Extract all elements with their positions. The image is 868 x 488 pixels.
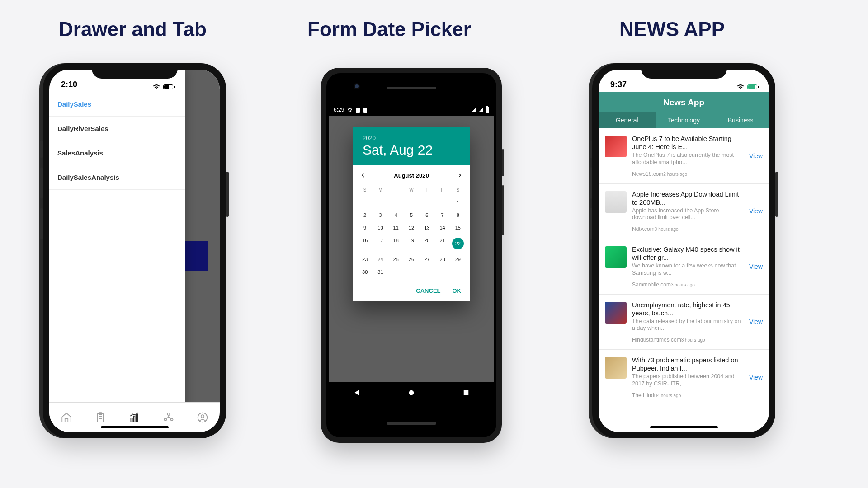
calendar-day[interactable]: 15: [450, 221, 466, 234]
article-item[interactable]: Exclusive: Galaxy M40 specs show it will…: [599, 239, 769, 295]
article-item[interactable]: With 73 problematic papers listed on Pub…: [599, 350, 769, 405]
calendar-day[interactable]: 26: [404, 253, 419, 266]
calendar-day[interactable]: 16: [357, 234, 373, 253]
svg-point-11: [201, 415, 204, 418]
android-nav-bar: [329, 382, 494, 405]
drawer-item[interactable]: SalesAnalysis: [49, 141, 185, 165]
calendar-day[interactable]: 13: [419, 221, 434, 234]
calendar-day[interactable]: 25: [388, 253, 404, 266]
article-title: Unemployment rate, highest in 45 years, …: [632, 301, 744, 317]
article-meta: The Hindu4 hours ago: [632, 392, 744, 399]
tab-team[interactable]: [162, 411, 175, 424]
view-link[interactable]: View: [749, 263, 763, 270]
status-time: 2:10: [61, 80, 77, 89]
calendar-day[interactable]: 29: [450, 253, 466, 266]
tab-home[interactable]: [60, 411, 73, 424]
calendar-day[interactable]: 5: [404, 209, 419, 221]
calendar-day[interactable]: 28: [434, 253, 450, 266]
prev-month-button[interactable]: [359, 171, 367, 179]
ok-button[interactable]: OK: [453, 287, 462, 294]
signal-icon: [471, 107, 476, 113]
nav-back[interactable]: [353, 389, 361, 399]
article-item[interactable]: OnePlus 7 to be Available Starting June …: [599, 128, 769, 184]
article-title: OnePlus 7 to be Available Starting June …: [632, 135, 744, 151]
calendar-day[interactable]: 6: [419, 209, 434, 221]
heading-news-app: NEWS APP: [619, 18, 725, 41]
status-indicators: [152, 84, 173, 89]
tab-profile[interactable]: [196, 411, 209, 424]
category-tab[interactable]: Business: [712, 112, 769, 128]
calendar-day[interactable]: 8: [450, 209, 466, 221]
team-icon: [163, 412, 175, 423]
next-month-button[interactable]: [456, 171, 464, 179]
calendar-day[interactable]: 21: [434, 234, 450, 253]
phone-date-picker: 6:29 ✿ 2020 Sat, Aug 22 A: [321, 68, 502, 443]
drawer-item[interactable]: DailySalesAnalysis: [49, 165, 185, 190]
cancel-button[interactable]: CANCEL: [416, 287, 440, 294]
calendar-day[interactable]: 14: [434, 221, 450, 234]
calendar-day: [404, 196, 419, 209]
calendar-day[interactable]: 11: [388, 221, 404, 234]
calendar-day[interactable]: 19: [404, 234, 419, 253]
view-link[interactable]: View: [749, 374, 763, 381]
calendar-day[interactable]: 22: [450, 234, 466, 253]
article-list[interactable]: OnePlus 7 to be Available Starting June …: [599, 128, 769, 405]
svg-rect-4: [131, 418, 132, 422]
day-of-week: M: [373, 184, 388, 196]
month-label: August 2020: [394, 172, 429, 179]
calendar-day[interactable]: 2: [357, 209, 373, 221]
drawer-item[interactable]: DailySales: [49, 92, 185, 117]
article-thumbnail: [605, 357, 627, 379]
calendar-day: [388, 196, 404, 209]
svg-rect-6: [137, 414, 138, 422]
calendar-day: [434, 266, 450, 278]
phone-drawer-tab: 2:10 DailySalesDailyRiverSalesSalesAnaly…: [43, 63, 226, 438]
article-thumbnail: [605, 136, 627, 157]
calendar-day[interactable]: 27: [419, 253, 434, 266]
settings-icon: ✿: [348, 107, 352, 113]
view-link[interactable]: View: [749, 152, 763, 160]
calendar-day: [357, 196, 373, 209]
calendar-day[interactable]: 3: [373, 209, 388, 221]
calendar-day[interactable]: 10: [373, 221, 388, 234]
calendar-day[interactable]: 20: [419, 234, 434, 253]
calendar-day[interactable]: 4: [388, 209, 404, 221]
article-description: We have known for a few weeks now that S…: [632, 263, 744, 277]
article-item[interactable]: Apple Increases App Download Limit to 20…: [599, 184, 769, 239]
category-tab[interactable]: General: [599, 112, 656, 128]
category-tabs: GeneralTechnologyBusiness: [599, 112, 769, 128]
calendar-day[interactable]: 31: [373, 266, 388, 278]
article-item[interactable]: Unemployment rate, highest in 45 years, …: [599, 295, 769, 350]
heading-drawer-tab: Drawer and Tab: [59, 18, 207, 41]
calendar-day[interactable]: 23: [357, 253, 373, 266]
tab-clipboard[interactable]: [94, 411, 107, 424]
date-picker-header: 2020 Sat, Aug 22: [353, 127, 470, 165]
article-title: With 73 problematic papers listed on Pub…: [632, 356, 744, 372]
drawer-item[interactable]: DailyRiverSales: [49, 117, 185, 141]
calendar-day[interactable]: 18: [388, 234, 404, 253]
category-tab[interactable]: Technology: [656, 112, 712, 128]
circle-home-icon: [407, 389, 415, 397]
calendar-day[interactable]: 24: [373, 253, 388, 266]
clipboard-icon: [94, 412, 106, 423]
calendar-day[interactable]: 30: [357, 266, 373, 278]
calendar-day[interactable]: 7: [434, 209, 450, 221]
calendar-day[interactable]: 17: [373, 234, 388, 253]
news-header: News App GeneralTechnologyBusiness: [599, 92, 769, 128]
square-recent-icon: [462, 389, 470, 397]
calendar-day[interactable]: 1: [450, 196, 466, 209]
nav-home[interactable]: [407, 389, 415, 399]
tab-analytics[interactable]: [127, 411, 141, 424]
wifi-icon: [152, 84, 160, 89]
android-status-bar: 6:29 ✿: [329, 104, 494, 116]
nav-recent[interactable]: [462, 389, 470, 399]
status-time: 9:37: [610, 80, 627, 89]
triangle-back-icon: [353, 389, 361, 397]
calendar-day: [419, 196, 434, 209]
selected-year[interactable]: 2020: [363, 135, 460, 141]
calendar-day[interactable]: 9: [357, 221, 373, 234]
calendar-day[interactable]: 12: [404, 221, 419, 234]
view-link[interactable]: View: [749, 318, 763, 325]
view-link[interactable]: View: [749, 207, 763, 215]
heading-date-picker: Form Date Picker: [307, 18, 471, 41]
